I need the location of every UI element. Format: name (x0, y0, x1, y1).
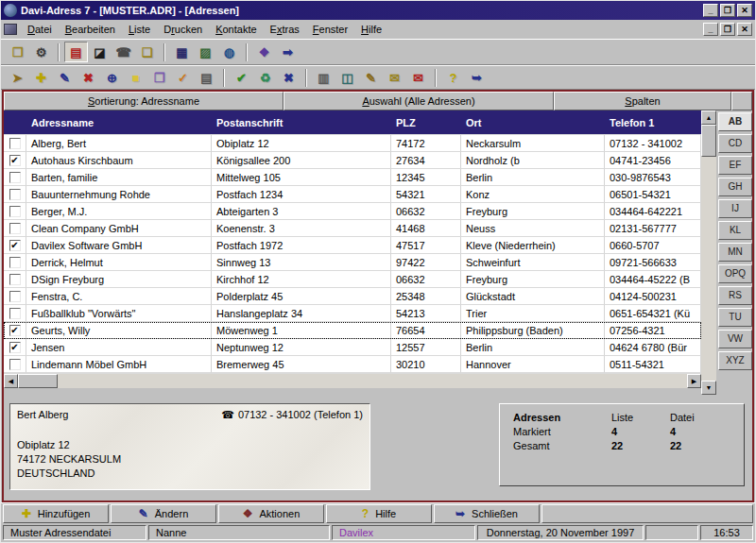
row-checkbox[interactable]: ✔ (9, 155, 21, 166)
copy-address-button[interactable]: ❐ (147, 67, 171, 88)
phone-dialer-button[interactable]: ☎ (112, 42, 135, 62)
help-diamond-button[interactable]: ❖ (252, 42, 276, 62)
vertical-scrollbar[interactable]: ▲ ▼ (701, 110, 716, 395)
sorting-button[interactable]: Sortierung: Adressname (4, 92, 284, 110)
row-checkbox[interactable]: ✔ (9, 325, 21, 336)
delete-address-button[interactable]: ✖ (77, 67, 100, 88)
table-row[interactable]: Bauunternehmung RohdePostfach 123454321K… (4, 186, 701, 203)
add-address-button[interactable]: ✚Hinzufügen (3, 504, 109, 523)
contact-person-button[interactable]: ◪ (88, 42, 112, 62)
alpha-tab-xyz[interactable]: XYZ (718, 351, 752, 370)
menu-item-hilfe[interactable]: Hilfe (354, 22, 388, 37)
help-button[interactable]: ?Hilfe (326, 504, 432, 523)
calculator-button[interactable]: ▦ (170, 42, 194, 62)
header-ort[interactable]: Ort (461, 110, 605, 135)
scroll-up-icon[interactable]: ▲ (701, 110, 716, 125)
menu-item-fenster[interactable]: Fenster (306, 22, 354, 37)
clear-marks-button[interactable]: ✖ (277, 67, 301, 88)
vertical-scroll-track[interactable] (701, 157, 716, 381)
alpha-tab-gh[interactable]: GH (718, 178, 752, 196)
table-row[interactable]: Berger, M.J.Abteigarten 306632Freyburg03… (4, 203, 701, 220)
header-telefon[interactable]: Telefon 1 (605, 110, 701, 135)
mark-all-button[interactable]: ✔ (230, 67, 253, 88)
alpha-tab-vw[interactable]: VW (718, 330, 752, 348)
exit-app-button[interactable]: ➡ (276, 42, 300, 62)
row-checkbox[interactable] (9, 274, 21, 285)
table-row[interactable]: ✔Davilex Software GmbHPostfach 197247517… (4, 237, 701, 254)
table-row[interactable]: Clean Company GmbHKoenenstr. 341468Neuss… (4, 220, 701, 237)
table-row[interactable]: Fußballklub "Vorwärts"Hanslangeplatz 345… (4, 305, 701, 322)
menu-item-drucken[interactable]: Drucken (157, 22, 209, 37)
alpha-tab-ef[interactable]: EF (718, 156, 752, 175)
child-window-icon[interactable] (4, 24, 17, 35)
close-window-button[interactable]: ➥ (465, 67, 489, 88)
menu-item-bearbeiten[interactable]: Bearbeiten (59, 22, 122, 37)
row-checkbox[interactable]: ✔ (9, 342, 21, 353)
alpha-tab-ab[interactable]: AB (718, 112, 752, 131)
table-row[interactable]: ✔JensenNeptunweg 1212557Berlin04624 6780… (4, 339, 701, 356)
table-row[interactable]: Fenstra, C.Polderplatz 4525348Glückstadt… (4, 288, 701, 305)
menu-item-datei[interactable]: Datei (21, 22, 59, 37)
address-book-button[interactable]: ▤ (64, 42, 88, 62)
internet-globe-button[interactable]: ◍ (217, 42, 241, 62)
row-checkbox[interactable] (9, 257, 21, 268)
alpha-tab-kl[interactable]: KL (718, 221, 752, 240)
close-button[interactable]: ✕ (737, 4, 752, 17)
alpha-tab-ij[interactable]: IJ (718, 199, 752, 218)
header-plz[interactable]: PLZ (391, 110, 461, 135)
vertical-scroll-thumb[interactable] (701, 125, 716, 157)
row-checkbox[interactable] (9, 359, 21, 370)
horizontal-scroll-thumb[interactable] (18, 374, 58, 388)
table-row[interactable]: ✔Autohaus KirschbaumKönigsallee 20027634… (4, 152, 701, 169)
send-mail-button[interactable]: ✉ (406, 67, 430, 88)
alpha-tab-cd[interactable]: CD (718, 134, 752, 153)
new-mail-button[interactable]: ✉ (383, 67, 406, 88)
print-list-button[interactable]: ▤ (195, 67, 218, 88)
mdi-close-button[interactable]: ✕ (737, 23, 752, 36)
row-checkbox[interactable]: ✔ (9, 240, 21, 251)
minimize-button[interactable]: _ (703, 4, 718, 17)
edit-address-button[interactable]: ✎ (53, 67, 77, 88)
row-checkbox[interactable] (9, 172, 21, 183)
phone-book-button[interactable]: ▥ (312, 67, 335, 88)
menu-item-kontakte[interactable]: Kontakte (209, 22, 263, 37)
alpha-tab-opq[interactable]: OPQ (718, 264, 752, 283)
open-address-file-button[interactable]: ❒ (6, 42, 29, 62)
header-adressname[interactable]: Adressname (26, 110, 212, 135)
row-checkbox[interactable] (9, 138, 21, 149)
horizontal-scroll-track[interactable] (58, 374, 687, 388)
row-checkbox[interactable] (9, 308, 21, 319)
table-row[interactable]: ✔Geurts, WillyMöwenweg 176654Philippsbur… (4, 322, 701, 339)
menu-item-liste[interactable]: Liste (122, 22, 157, 37)
notepad-button[interactable]: ▨ (194, 42, 217, 62)
find-address-button[interactable]: ⊕ (100, 67, 124, 88)
scroll-right-icon[interactable]: ▶ (687, 374, 701, 388)
alpha-tab-tu[interactable]: TU (718, 308, 752, 327)
actions-button[interactable]: ❖Aktionen (218, 504, 324, 523)
scroll-down-icon[interactable]: ▼ (701, 381, 716, 395)
alpha-tab-mn[interactable]: MN (718, 243, 752, 262)
table-row[interactable]: Barten, familieMittelweg 10512345Berlin0… (4, 169, 701, 186)
row-checkbox[interactable] (9, 189, 21, 200)
columns-button[interactable]: Spalten (554, 92, 731, 110)
sticky-note-button[interactable]: ■ (124, 67, 147, 88)
select-address-button[interactable]: ➤ (6, 67, 29, 88)
letter-document-button[interactable]: ❏ (135, 42, 159, 62)
verify-address-button[interactable]: ✓ (171, 67, 195, 88)
horizontal-scrollbar[interactable]: ◀ ▶ (4, 374, 701, 388)
mdi-minimize-button[interactable]: _ (703, 23, 718, 36)
close-button[interactable]: ➥Schließen (434, 504, 540, 523)
change-address-button[interactable]: ✎Ändern (111, 504, 216, 523)
table-row[interactable]: DSign FreyburgKirchhof 1206632Freyburg03… (4, 271, 701, 288)
selection-button[interactable]: Auswahl (Alle Adressen) (284, 92, 554, 110)
help-topics-button[interactable]: ? (441, 67, 465, 88)
row-checkbox[interactable] (9, 291, 21, 302)
alpha-tab-rs[interactable]: RS (718, 286, 752, 305)
restore-button[interactable]: ❐ (720, 4, 735, 17)
menu-item-extras[interactable]: Extras (264, 22, 306, 37)
refresh-marks-button[interactable]: ♻ (253, 67, 277, 88)
table-row[interactable]: Lindemann Möbel GmbHBremerweg 4530210Han… (4, 356, 701, 373)
mdi-restore-button[interactable]: ❐ (720, 23, 735, 36)
user-settings-button[interactable]: ⚙ (29, 42, 53, 62)
add-address-button[interactable]: ✚ (29, 67, 53, 88)
